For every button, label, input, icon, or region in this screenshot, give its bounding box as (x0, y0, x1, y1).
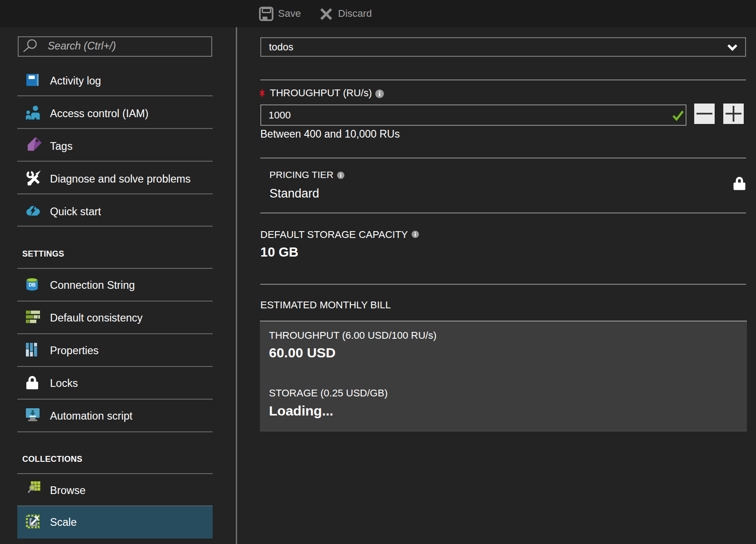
svg-text:DB: DB (29, 282, 36, 287)
